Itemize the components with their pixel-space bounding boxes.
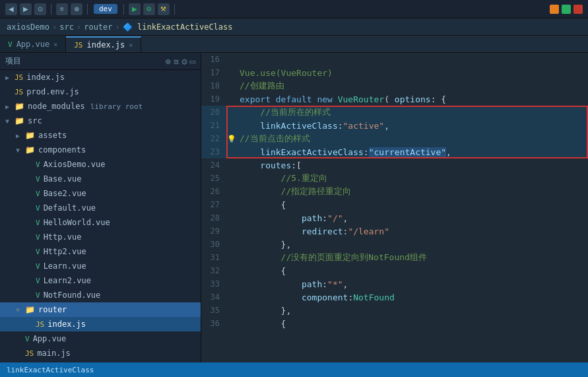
line-number: 24 [201,160,226,170]
tree-item[interactable]: ▼📁router [0,302,201,317]
token-cmt: //当前点击的样式 [240,133,310,143]
line-number: 32 [201,266,226,275]
breadcrumb-sep-0: › [52,22,57,32]
tree-item[interactable]: JSindex.js [0,317,201,331]
line-content: linkExactActiveClass:"currentActive", [237,147,451,157]
tab-index-js[interactable]: JS index.js × [66,36,141,52]
line-number: 28 [201,213,226,223]
js-file-icon: JS [25,349,34,358]
token-cmt: //指定路径重定向 [240,186,351,196]
tree-item[interactable]: JSmain.js [0,346,201,360]
tree-item[interactable]: VBase.vue [0,172,201,186]
code-line: 20 //当前所在的样式 [201,106,588,119]
tree-item[interactable]: ▼📁components [0,143,201,157]
tree-item-label: Default.vue [44,203,96,213]
breadcrumb-sep-1: › [77,22,81,32]
tree-item[interactable]: VLearn2.vue [0,273,201,288]
settings-icon[interactable]: ⚙ [181,56,187,67]
token-prop: linkExactActiveClass [260,147,364,157]
sync-icon[interactable]: ⊕ [165,56,170,67]
code-line: 24 routes:[ [201,158,588,172]
tab-app-vue[interactable]: V App.vue × [0,36,66,52]
toolbar-sep-4 [174,4,175,15]
code-area[interactable]: 1617Vue.use(VueRouter)18//创建路由19export d… [201,53,588,362]
line-content: redirect:"/learn" [237,226,389,236]
tree-item[interactable]: VNotFound.vue [0,288,201,302]
close-tab-index[interactable]: × [129,42,133,49]
token-str: "active" [343,121,385,131]
tree-item[interactable]: VHttp.vue [0,230,201,244]
tree-badge: library root [90,102,143,111]
tree-item[interactable]: ▶📁node_moduleslibrary root [0,99,201,114]
toolbar-close[interactable] [573,5,583,14]
token-plain [240,226,302,236]
tree-item-label: Http2.vue [44,247,86,256]
vue-file-icon: V [36,291,40,300]
tree-item-label: Learn.vue [44,261,86,271]
line-content: path:"*", [237,279,348,289]
line-content: { [237,200,286,210]
token-str: "*" [327,279,343,289]
list-icon[interactable]: ≡ [174,56,179,67]
tree-arrow: ▶ [5,74,13,81]
tree-item-label: AxiosDemo.vue [44,160,106,169]
breadcrumb-item-3[interactable]: 🔷 linkExactActiveClass [123,22,233,32]
code-line: 16 [201,53,588,66]
token-prop: component [302,292,348,302]
toolbar-btn-add[interactable]: ⊕ [71,3,82,15]
toolbar-minimize[interactable] [550,5,559,14]
toolbar-btn-refresh[interactable]: ⊙ [34,3,46,15]
tree-item[interactable]: ▶📁static [0,360,201,362]
toolbar-btn-menu[interactable]: ≡ [56,3,68,15]
breadcrumb-item-2[interactable]: router [84,22,112,32]
tree-item[interactable]: VHelloWorld.vue [0,215,201,230]
tree-item[interactable]: VAxiosDemo.vue [0,157,201,172]
vue-file-icon: V [25,335,30,343]
tree-item[interactable]: JSprod.env.js [0,85,201,99]
js-file-icon: JS [36,320,44,329]
tree-item[interactable]: VHttp2.vue [0,244,201,259]
toolbar-maximize[interactable] [562,5,571,14]
tree-item[interactable]: VDefault.vue [0,201,201,215]
tree-item[interactable]: ▶📁assets [0,128,201,143]
code-line: 17Vue.use(VueRouter) [201,66,588,79]
token-cls: NotFound [353,292,395,302]
token-punct: , [343,279,348,289]
toolbar-btn-build[interactable]: ⚒ [158,3,170,15]
line-content: component:NotFound [237,292,395,302]
code-line: 25 //5.重定向 [201,172,588,185]
token-plain [240,213,302,223]
tree-item[interactable]: VLearn.vue [0,259,201,273]
line-number: 21 [201,121,226,130]
collapse-icon[interactable]: ▭ [190,56,195,67]
token-punct: { [240,200,286,210]
tree-item[interactable]: ▼📁src [0,114,201,128]
tree-item-label: App.vue [33,334,67,343]
tree-item[interactable]: VApp.vue [0,331,201,346]
tree-item-label: components [38,145,86,154]
toolbar-btn-forward[interactable]: ▶ [20,3,32,15]
tree-item-label: Http.vue [44,232,82,242]
tree-item[interactable]: VBase2.vue [0,186,201,201]
token-cmt: //创建路由 [240,81,284,90]
vue-file-icon: V [36,277,40,285]
folder-icon: 📁 [25,131,35,140]
toolbar-btn-back[interactable]: ◀ [5,3,17,15]
tree-item-label: src [28,116,42,125]
toolbar-btn-run[interactable]: ▶ [129,3,141,15]
toolbar-btn-debug[interactable]: ⚙ [143,3,155,15]
code-line: 34 component:NotFound [201,291,588,304]
dev-badge: dev [94,4,117,14]
folder-icon: 📁 [25,145,35,154]
line-content: linkActiveClass:"active", [237,121,389,131]
code-line: 18//创建路由 [201,79,588,92]
line-number: 18 [201,81,226,90]
breadcrumb-item-1[interactable]: src [59,22,74,32]
tree-item[interactable]: ▶JSindex.js [0,70,201,85]
breadcrumb-item-0[interactable]: axiosDemo [7,22,49,32]
token-plain [240,292,302,302]
token-str: "/learn" [348,226,389,236]
close-tab-app[interactable]: × [53,41,57,48]
line-number: 31 [201,253,226,262]
code-line: 27 { [201,198,588,211]
